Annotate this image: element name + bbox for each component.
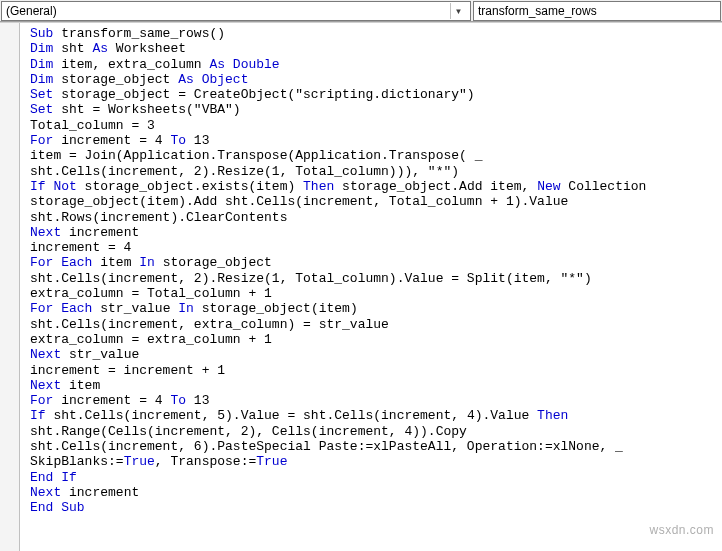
- procedure-dropdown-value: transform_same_rows: [478, 4, 716, 18]
- object-dropdown[interactable]: (General) ▼: [1, 1, 471, 21]
- watermark: wsxdn.com: [649, 523, 714, 537]
- procedure-dropdown[interactable]: transform_same_rows: [473, 1, 721, 21]
- code-area: Sub transform_same_rows() Dim sht As Wor…: [0, 22, 722, 551]
- code-editor[interactable]: Sub transform_same_rows() Dim sht As Wor…: [20, 23, 722, 551]
- object-proc-bar: (General) ▼ transform_same_rows: [0, 0, 722, 22]
- code-gutter: [0, 23, 20, 551]
- chevron-down-icon: ▼: [450, 3, 466, 19]
- object-dropdown-value: (General): [6, 4, 446, 18]
